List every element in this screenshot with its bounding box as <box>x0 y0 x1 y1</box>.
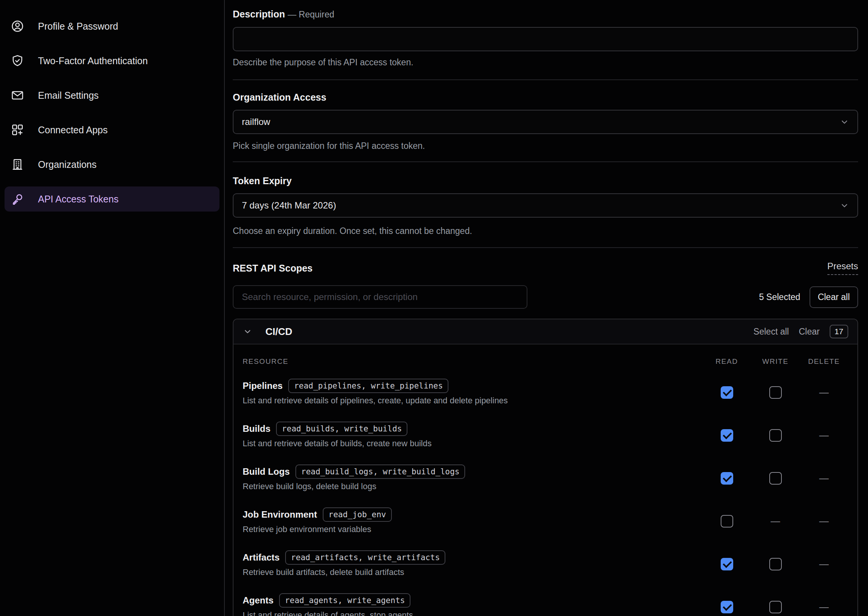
sidebar-item-label: Connected Apps <box>38 125 107 136</box>
read-checkbox[interactable] <box>721 515 733 528</box>
scope-chip: read_artifacts, write_artifacts <box>285 550 445 565</box>
sidebar-item-api-access-tokens[interactable]: API Access Tokens <box>5 186 219 212</box>
write-checkbox[interactable] <box>769 386 782 399</box>
clear-button[interactable]: Clear <box>799 327 820 337</box>
description-label: Description — Required <box>233 8 858 20</box>
resource-name: Agents <box>243 594 273 607</box>
resource-description: List and retrieve details of pipelines, … <box>243 395 702 406</box>
write-unavailable-dash <box>769 515 782 528</box>
selected-count-badge: 17 <box>830 325 848 338</box>
scope-group-header[interactable]: CI/CD Select all Clear 17 <box>234 319 857 344</box>
column-header-write: WRITE <box>762 357 788 366</box>
user-circle-icon <box>11 19 24 33</box>
chevron-down-icon[interactable] <box>243 327 253 336</box>
building-icon <box>11 158 24 171</box>
shield-check-icon <box>11 54 24 68</box>
description-input[interactable] <box>233 27 858 51</box>
column-header-delete: DELETE <box>808 357 840 366</box>
scope-chip: read_build_logs, write_build_logs <box>295 464 465 479</box>
delete-unavailable-dash <box>818 601 830 613</box>
sidebar-item-label: Two-Factor Authentication <box>38 55 148 66</box>
sidebar-item-profile-password[interactable]: Profile & Password <box>5 14 219 39</box>
token-expiry-section: Token Expiry 7 days (24th Mar 2026) Choo… <box>233 162 858 248</box>
clear-all-button[interactable]: Clear all <box>810 286 858 308</box>
resource-name: Builds <box>243 422 270 435</box>
scope-chip: read_pipelines, write_pipelines <box>288 379 448 393</box>
read-checkbox[interactable] <box>721 601 733 613</box>
read-checkbox[interactable] <box>721 386 733 399</box>
scope-table-header: RESOURCE READ WRITE DELETE <box>243 344 848 366</box>
select-all-button[interactable]: Select all <box>753 327 789 337</box>
write-checkbox[interactable] <box>769 558 782 570</box>
sidebar-item-email-settings[interactable]: Email Settings <box>5 83 219 108</box>
resource-name: Build Logs <box>243 465 290 478</box>
sidebar-item-two-factor[interactable]: Two-Factor Authentication <box>5 48 219 73</box>
delete-unavailable-dash <box>818 558 830 570</box>
sidebar-item-label: API Access Tokens <box>38 194 118 205</box>
sidebar-item-label: Email Settings <box>38 90 99 101</box>
token-expiry-label: Token Expiry <box>233 175 858 186</box>
sidebar-item-organizations[interactable]: Organizations <box>5 152 219 177</box>
resource-description: Retrieve job environment variables <box>243 524 702 535</box>
resource-description: List and retrieve details of agents, sto… <box>243 610 702 616</box>
column-header-read: READ <box>715 357 738 366</box>
organization-select[interactable]: railflow <box>233 110 858 134</box>
delete-unavailable-dash <box>818 472 830 485</box>
table-row: Agents read_agents, write_agents List an… <box>243 593 848 616</box>
resource-name: Artifacts <box>243 551 279 564</box>
presets-button[interactable]: Presets <box>827 261 858 275</box>
sidebar-item-label: Profile & Password <box>38 21 118 32</box>
settings-page: Profile & Password Two-Factor Authentica… <box>0 0 868 616</box>
chevron-down-icon <box>840 117 849 126</box>
column-header-resource: RESOURCE <box>243 357 702 366</box>
table-row: Build Logs read_build_logs, write_build_… <box>243 464 848 492</box>
token-expiry-select[interactable]: 7 days (24th Mar 2026) <box>233 193 858 218</box>
resource-description: Retrieve build artifacts, delete build a… <box>243 567 702 578</box>
resource-name: Job Environment <box>243 508 317 521</box>
settings-sidebar: Profile & Password Two-Factor Authentica… <box>0 0 224 616</box>
delete-unavailable-dash <box>818 515 830 528</box>
resource-description: Retrieve build logs, delete build logs <box>243 481 702 492</box>
description-section: Description — Required Describe the purp… <box>233 0 858 80</box>
organization-select-value: railflow <box>242 117 270 127</box>
chevron-down-icon <box>840 201 849 210</box>
sidebar-item-label: Organizations <box>38 159 96 170</box>
scopes-title: REST API Scopes <box>233 262 312 274</box>
delete-unavailable-dash <box>818 386 830 399</box>
delete-unavailable-dash <box>818 429 830 442</box>
read-checkbox[interactable] <box>721 429 733 442</box>
read-checkbox[interactable] <box>721 558 733 570</box>
scope-chip: read_agents, write_agents <box>279 593 410 608</box>
token-form: Description — Required Describe the purp… <box>224 0 868 616</box>
write-checkbox[interactable] <box>769 472 782 485</box>
table-row: Artifacts read_artifacts, write_artifact… <box>243 550 848 578</box>
read-checkbox[interactable] <box>721 472 733 485</box>
table-row: Pipelines read_pipelines, write_pipeline… <box>243 379 848 406</box>
scope-chip: read_builds, write_builds <box>276 422 407 436</box>
scope-group-cicd: CI/CD Select all Clear 17 RESOURCE READ … <box>233 319 858 616</box>
scope-chip: read_job_env <box>323 507 392 522</box>
organization-label: Organization Access <box>233 92 858 103</box>
scope-table: RESOURCE READ WRITE DELETE Pipelines rea… <box>234 344 857 616</box>
scope-group-name: CI/CD <box>265 326 292 338</box>
token-expiry-help: Choose an expiry duration. Once set, thi… <box>233 225 858 237</box>
write-checkbox[interactable] <box>769 429 782 442</box>
organization-help: Pick single organization for this API ac… <box>233 140 858 152</box>
key-icon <box>11 192 24 206</box>
write-checkbox[interactable] <box>769 601 782 613</box>
required-suffix: — Required <box>287 9 334 19</box>
resource-description: List and retrieve details of builds, cre… <box>243 438 702 449</box>
resource-name: Pipelines <box>243 379 282 392</box>
scopes-search-input[interactable] <box>233 285 527 309</box>
apps-icon <box>11 123 24 137</box>
table-row: Job Environment read_job_env Retrieve jo… <box>243 507 848 535</box>
scopes-section: REST API Scopes Presets 5 Selected Clear… <box>233 248 858 616</box>
mail-icon <box>11 88 24 102</box>
sidebar-item-connected-apps[interactable]: Connected Apps <box>5 117 219 142</box>
description-help: Describe the purpose of this API access … <box>233 57 858 68</box>
table-row: Builds read_builds, write_builds List an… <box>243 422 848 449</box>
token-expiry-select-value: 7 days (24th Mar 2026) <box>242 200 336 211</box>
selected-count: 5 Selected <box>759 292 800 302</box>
organization-section: Organization Access railflow Pick single… <box>233 80 858 162</box>
